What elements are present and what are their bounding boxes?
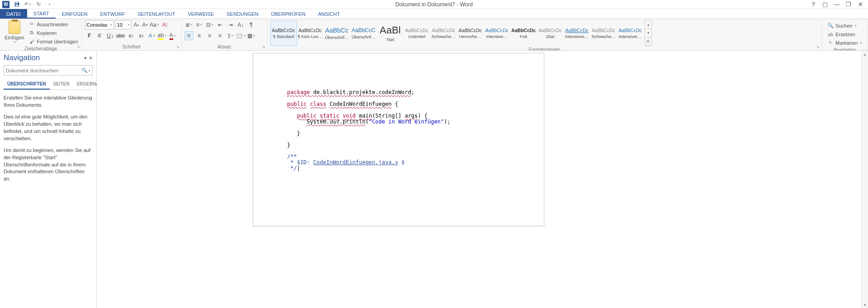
search-field[interactable] bbox=[6, 68, 81, 73]
sort-icon[interactable]: A↓ bbox=[236, 20, 245, 29]
style-item-4[interactable]: AaBlTitel bbox=[377, 20, 404, 46]
line-spacing-icon[interactable]: ‡▾ bbox=[226, 31, 235, 40]
minimize-icon[interactable]: — bbox=[833, 0, 841, 9]
restore-icon[interactable]: ❐ bbox=[844, 0, 853, 9]
style-item-13[interactable]: AaBbCcDcIntensiver… bbox=[617, 20, 644, 46]
tab-layout[interactable]: SEITENLAYOUT bbox=[131, 9, 181, 19]
style-item-12[interactable]: AaBbCcDcSchwache… bbox=[590, 20, 617, 46]
search-icon[interactable]: 🔍▾ bbox=[81, 67, 90, 73]
tab-start[interactable]: START bbox=[27, 9, 56, 19]
multilevel-list-icon[interactable]: ⊟▾ bbox=[205, 20, 214, 29]
style-item-10[interactable]: AaBbCcDcZitat bbox=[537, 20, 564, 46]
scissors-icon: ✂ bbox=[28, 21, 35, 28]
style-item-2[interactable]: AaBbCcÜberschrif… bbox=[324, 20, 350, 46]
cut-button[interactable]: ✂Ausschneiden bbox=[28, 20, 79, 28]
strikethrough-button[interactable]: abc bbox=[116, 31, 125, 40]
close-icon[interactable]: ✕ bbox=[856, 0, 864, 9]
text-effects-icon[interactable]: A▾ bbox=[147, 31, 156, 40]
style-item-9[interactable]: AaBbCcDcFett bbox=[510, 20, 537, 46]
tab-mailings[interactable]: SENDUNGEN bbox=[220, 9, 264, 19]
shrink-font-icon[interactable]: A▾ bbox=[142, 20, 149, 29]
style-item-7[interactable]: AaBbCcDcHervorhe… bbox=[457, 20, 484, 46]
nav-tab-pages[interactable]: SEITEN bbox=[50, 79, 73, 90]
font-dialog-launcher[interactable]: ↘ bbox=[175, 44, 180, 49]
style-item-5[interactable]: AaBbCcDcUntertitel bbox=[404, 20, 430, 46]
help-icon[interactable]: ? bbox=[809, 0, 817, 9]
find-button[interactable]: 🔍Suchen▾ bbox=[826, 22, 863, 29]
scroll-up-icon[interactable]: ▴ bbox=[862, 51, 868, 57]
shading-icon[interactable]: ⬚▾ bbox=[236, 31, 245, 40]
ribbon-display-icon[interactable]: ▢ bbox=[821, 0, 829, 9]
copy-button[interactable]: ⧉Kopieren bbox=[28, 29, 79, 37]
font-color-icon[interactable]: A▾ bbox=[168, 31, 177, 40]
style-item-6[interactable]: AaBbCcDcSchwache… bbox=[430, 20, 457, 46]
borders-icon[interactable]: ▦▾ bbox=[247, 31, 256, 40]
search-input[interactable]: 🔍▾ bbox=[4, 65, 93, 76]
justify-icon[interactable]: ≡ bbox=[216, 31, 225, 40]
qat-customize-icon[interactable]: ▾ bbox=[45, 0, 53, 9]
document-page[interactable]: package de.blackit.projekte.codeInWord; … bbox=[253, 53, 544, 226]
window-title: Dokument in Dokument7 - Word bbox=[395, 1, 472, 8]
select-button[interactable]: ↖Markieren▾ bbox=[826, 39, 863, 47]
nav-dropdown-icon[interactable]: ▾ bbox=[84, 55, 87, 61]
vertical-scrollbar[interactable]: ▴ ▾ bbox=[861, 51, 868, 308]
paste-label: Einfügen bbox=[5, 35, 24, 40]
search-icon: 🔍 bbox=[827, 23, 834, 29]
paintbrush-icon: 🖌 bbox=[28, 38, 35, 45]
highlight-icon[interactable]: ab▾ bbox=[158, 31, 167, 40]
grow-font-icon[interactable]: A▴ bbox=[133, 20, 140, 29]
styles-dialog-launcher[interactable]: ↘ bbox=[815, 44, 821, 49]
style-item-11[interactable]: AaBbCcDcIntensives… bbox=[564, 20, 590, 46]
tab-insert[interactable]: EINFÜGEN bbox=[56, 9, 94, 19]
document-area[interactable]: package de.blackit.projekte.codeInWord; … bbox=[97, 51, 868, 308]
show-marks-icon[interactable]: ¶ bbox=[247, 20, 256, 29]
subscript-button[interactable]: x2 bbox=[127, 31, 136, 40]
save-icon[interactable] bbox=[13, 0, 21, 9]
style-item-0[interactable]: AaBbCcDc¶ Standard bbox=[270, 20, 297, 46]
clipboard-group-label: Zwischenablage bbox=[3, 45, 79, 52]
numbering-icon[interactable]: ≡▾ bbox=[195, 20, 204, 29]
tab-design[interactable]: ENTWURF bbox=[94, 9, 131, 19]
paragraph-dialog-launcher[interactable]: ↘ bbox=[261, 44, 266, 49]
bold-button[interactable]: F bbox=[85, 31, 94, 40]
paragraph-group-label: Absatz bbox=[184, 43, 264, 50]
increase-indent-icon[interactable]: ⇥ bbox=[226, 20, 235, 29]
nav-hint-3: Um damit zu beginnen, wenden Sie auf der… bbox=[4, 147, 93, 183]
align-center-icon[interactable]: ≡ bbox=[195, 31, 204, 40]
font-name-select[interactable]: Consolas▾ bbox=[85, 20, 114, 29]
scroll-down-icon[interactable]: ▾ bbox=[862, 301, 868, 308]
superscript-button[interactable]: x2 bbox=[137, 31, 146, 40]
nav-tab-headings[interactable]: ÜBERSCHRIFTEN bbox=[4, 79, 50, 90]
format-painter-button[interactable]: 🖌Format übertragen bbox=[28, 38, 79, 45]
styles-scroll[interactable]: ▴▾⊟ bbox=[645, 20, 652, 46]
nav-close-icon[interactable]: ✕ bbox=[89, 55, 93, 61]
undo-icon[interactable]: ↶▾ bbox=[24, 0, 32, 9]
tab-file[interactable]: DATEI bbox=[0, 9, 27, 19]
style-item-1[interactable]: AaBbCcDc¶ Kein Lee… bbox=[297, 20, 324, 46]
redo-icon[interactable]: ↻ bbox=[34, 0, 42, 9]
style-item-8[interactable]: AaBbCcDcIntensive… bbox=[484, 20, 510, 46]
font-size-select[interactable]: 10▾ bbox=[115, 20, 132, 29]
clipboard-dialog-launcher[interactable]: ↘ bbox=[75, 44, 81, 49]
svg-rect-0 bbox=[15, 2, 18, 3]
svg-rect-1 bbox=[15, 5, 19, 6]
paste-button[interactable]: Einfügen ▾ bbox=[3, 20, 26, 45]
decrease-indent-icon[interactable]: ⇤ bbox=[216, 20, 225, 29]
align-left-icon[interactable]: ≡ bbox=[184, 31, 193, 40]
bullets-icon[interactable]: ≣▾ bbox=[184, 20, 193, 29]
align-right-icon[interactable]: ≡ bbox=[205, 31, 214, 40]
nav-hint-2: Dies ist eine gute Möglichkeit, um den Ü… bbox=[4, 114, 93, 142]
navigation-title: Navigation bbox=[4, 53, 40, 62]
clear-formatting-icon[interactable]: A⃠ bbox=[160, 20, 170, 29]
nav-hint-1: Erstellen Sie eine interaktive Gliederun… bbox=[4, 95, 93, 109]
navigation-pane: Navigation ▾ ✕ 🔍▾ ÜBERSCHRIFTEN SEITEN E… bbox=[0, 51, 97, 308]
underline-button[interactable]: U▾ bbox=[106, 31, 115, 40]
tab-references[interactable]: VERWEISE bbox=[181, 9, 220, 19]
word-app-icon[interactable]: W bbox=[2, 0, 10, 9]
replace-button[interactable]: abErsetzen bbox=[826, 30, 863, 38]
change-case-icon[interactable]: Aa▾ bbox=[150, 20, 159, 29]
tab-review[interactable]: ÜBERPRÜFEN bbox=[265, 9, 312, 19]
italic-button[interactable]: K bbox=[95, 31, 104, 40]
style-item-3[interactable]: AaBbCcCÜberschrif… bbox=[350, 20, 377, 46]
tab-view[interactable]: ANSICHT bbox=[311, 9, 346, 19]
